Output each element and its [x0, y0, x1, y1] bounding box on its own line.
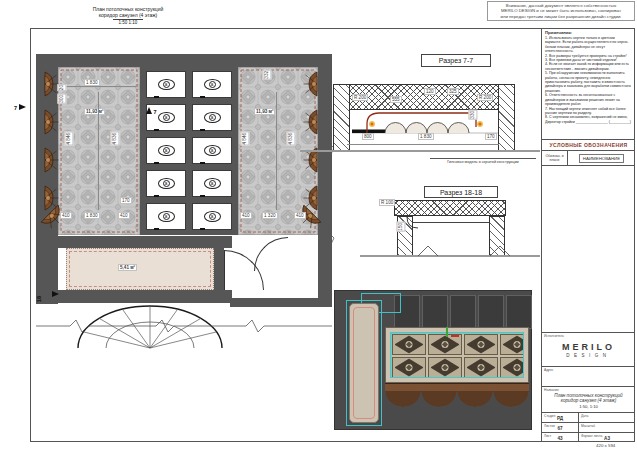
break-line-bottom — [36, 318, 332, 334]
sheets-value: 67 — [542, 426, 578, 431]
cell-format: Формат листа А3 — [578, 432, 635, 442]
toilet-stall: a — [146, 170, 186, 197]
legend-col-name: НАИМЕНОВАНИЕ — [568, 151, 635, 165]
ceiling-light-icon: a — [158, 79, 175, 90]
light-tag: a — [209, 180, 216, 187]
toilet-stall: a — [192, 203, 232, 230]
dim-label: 20 — [57, 84, 66, 91]
toilet-stall: a — [192, 170, 232, 197]
dim-label: R 200 — [352, 94, 368, 101]
note-line: 8. С чертежом ознакомлен, возражений не … — [545, 115, 632, 124]
dim-label: 325 — [447, 88, 459, 95]
section-18-18-title: Разрез 18-18 — [424, 186, 498, 198]
viewport-stall-box — [422, 295, 448, 329]
dim-line — [347, 144, 499, 145]
drawing-scale: 1:50, 1:10 — [579, 404, 598, 409]
light-tag: a — [209, 213, 216, 220]
cell-sheets: Листов 67 — [542, 422, 578, 432]
address-label: Адрес — [544, 368, 553, 372]
cornice-scallops — [385, 391, 529, 407]
toilet-stall: a — [192, 71, 232, 98]
ceiling-light-icon: a — [204, 112, 221, 123]
stage-value: РД — [542, 416, 578, 421]
plan-wall-bottom-right — [230, 298, 332, 307]
date-label: Дата — [581, 414, 588, 418]
note-line: 4. Если не хватает какой-то информации и… — [545, 62, 632, 71]
light-tag: a — [163, 213, 170, 220]
stall-door-mark — [200, 195, 205, 197]
note-line: 5. При обнаружении невозможности выполни… — [545, 71, 632, 93]
ceiling-coffer-pattern — [390, 332, 524, 378]
ceiling-light-icon: a — [158, 211, 175, 222]
stall-door-mark — [200, 96, 205, 98]
door-leaf — [224, 250, 225, 290]
section-marker-7-inner: 7 — [146, 107, 157, 115]
light-tag: a — [209, 147, 216, 154]
light-tag: a — [209, 114, 216, 121]
toilet-stall: a — [146, 137, 186, 164]
dim-label: 300 — [57, 94, 66, 104]
note-line: 1. Использовать чертеж только в цветном … — [545, 36, 632, 54]
marker-number: 7 — [14, 105, 17, 111]
stall-door-mark — [200, 228, 205, 230]
cell-date: Дата — [578, 412, 635, 422]
dim-label: 555 — [390, 96, 402, 103]
light-tag: a — [163, 147, 170, 154]
section-arrow-icon — [52, 291, 59, 297]
ceiling-light-icon: a — [158, 145, 175, 156]
title-block-name: Название План потолочных конструкций кор… — [542, 386, 635, 412]
viewport-stall-box — [478, 295, 504, 329]
title-block: Исполнитель MERILO DESIGN Адрес Название… — [541, 332, 635, 442]
light-tag: a — [209, 81, 216, 88]
section-arrow-icon — [146, 107, 152, 114]
paper-size: 420 х 594 — [596, 443, 615, 448]
legend-title: УСЛОВНЫЕ ОБОЗНАЧЕНИЯ — [541, 140, 635, 151]
ceiling-ornament-band-left — [58, 67, 140, 235]
plan-wall-top — [58, 54, 322, 67]
marker-number: 7 — [154, 109, 157, 115]
corridor-area-label: 11,93 м² — [254, 108, 275, 115]
dim-label: 410 — [118, 212, 130, 219]
dim-label: 120 — [424, 88, 436, 95]
viewport-stall-box — [506, 295, 532, 329]
sheet-title-line2: коридор санузел (4 этаж) — [62, 12, 194, 18]
copyright-line3: или передан третьим лицам без разрешения… — [489, 14, 633, 19]
wood-fan-decor-icon — [42, 146, 66, 174]
viewport-stall-box — [450, 295, 476, 329]
ceiling-light-icon: a — [158, 112, 175, 123]
note-line: 7. Настоящий чертеж отменяет собой все б… — [545, 107, 632, 116]
stall-door-mark — [154, 228, 159, 230]
cornice-band — [385, 383, 529, 391]
dim-label: 1 830 — [418, 133, 434, 140]
room-area-label: 5,41 м² — [118, 264, 137, 271]
dim-label: R 100 — [379, 199, 395, 206]
section1818-ceiling-line — [413, 222, 489, 223]
format-value: А3 — [579, 436, 635, 441]
plan-wall-door-jamb — [214, 248, 224, 292]
stall-door-mark — [200, 162, 205, 164]
legend-col-name-label: НАИМЕНОВАНИЕ — [579, 154, 624, 163]
cell-stage: Стадия РД — [542, 412, 578, 422]
selection-outline — [346, 300, 382, 426]
toilet-stall: a — [146, 71, 186, 98]
gizmo-x-axis-icon — [451, 335, 459, 337]
dim-label: 330 — [468, 110, 477, 120]
wood-fan-decor-icon — [296, 108, 320, 136]
section77-ground-line — [300, 150, 540, 152]
plan-wall-room-top — [36, 236, 232, 248]
cell-scale: Масштаб — [578, 422, 635, 432]
ceiling-light-icon: a — [204, 145, 221, 156]
dim-label: 1 830 — [84, 212, 100, 219]
title-block-performer: Исполнитель MERILO DESIGN — [542, 332, 635, 366]
room-outline — [69, 251, 211, 287]
scale-label: Масштаб — [581, 424, 595, 428]
ceiling-light-icon: a — [158, 178, 175, 189]
logo-design: DESIGN — [566, 353, 610, 358]
cell-sheet: Лист 43 — [542, 432, 578, 442]
dim-label: R 200 — [477, 94, 493, 101]
note-line: 6. Ответственность за несогласованные с … — [545, 93, 632, 106]
drawing-sheet: План потолочных конструкций коридор сану… — [0, 0, 637, 450]
toilet-stall: a — [192, 137, 232, 164]
section1818-corner-radius — [404, 214, 420, 230]
dim-line — [276, 92, 277, 210]
